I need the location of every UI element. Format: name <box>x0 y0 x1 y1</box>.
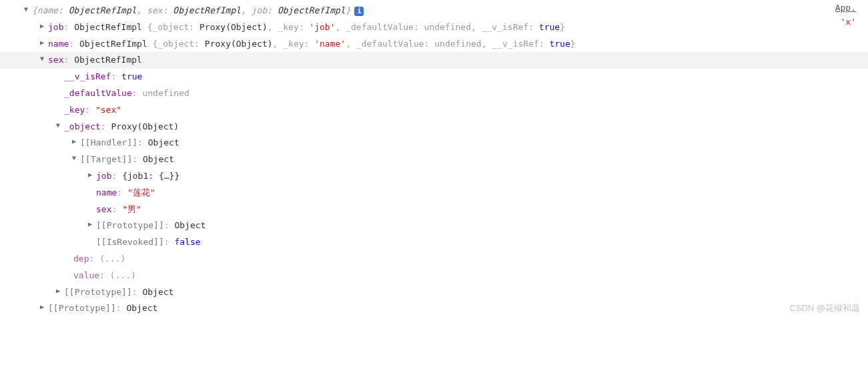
chevron-right-icon[interactable]: ▶ <box>87 219 93 230</box>
top-x-value: 'x' <box>835 15 856 29</box>
target-proto-row[interactable]: ▶ [[Prototype]]: Object <box>0 218 868 234</box>
chevron-right-icon[interactable]: ▶ <box>39 302 45 312</box>
prop-name: name: ObjectRefImpl {_object: Proxy(Obje… <box>48 37 861 51</box>
chevron-right-icon[interactable]: ▶ <box>55 286 61 296</box>
root-proto-row[interactable]: ▶ [[Prototype]]: Object <box>0 300 868 317</box>
chevron-right-icon[interactable]: ▶ <box>71 136 77 147</box>
root-summary: {name: ObjectRefImpl, sex: ObjectRefImpl… <box>32 4 861 18</box>
chevron-right-icon[interactable]: ▶ <box>87 169 93 180</box>
dep-row[interactable]: ▶ dep: (...) <box>0 251 868 268</box>
prop-job: job: ObjectRefImpl {_object: Proxy(Objec… <box>48 21 861 35</box>
root-row[interactable]: ▼ {name: ObjectRefImpl, sex: ObjectRefIm… <box>0 3 868 19</box>
isrevoked-row: ▶ [[IsRevoked]]: false <box>0 234 868 251</box>
value-row[interactable]: ▶ value: (...) <box>0 268 868 284</box>
sex-object-row[interactable]: ▼ _object: Proxy(Object) <box>0 119 868 135</box>
sex-proto-row[interactable]: ▶ [[Prototype]]: Object <box>0 284 868 301</box>
sex-isref-row: ▶ __v_isRef: true <box>0 69 868 85</box>
target-row[interactable]: ▼ [[Target]]: Object <box>0 151 868 168</box>
console-output: App. 'x' ▼ {name: ObjectRefImpl, sex: Ob… <box>0 0 868 320</box>
prop-sex: sex: ObjectRefImpl <box>48 53 861 67</box>
top-right-meta: App. 'x' <box>835 1 856 29</box>
info-icon[interactable]: i <box>354 7 364 16</box>
chevron-down-icon[interactable]: ▼ <box>23 4 29 15</box>
sex-key-row: ▶ _key: "sex" <box>0 102 868 119</box>
target-sex-row: ▶ sex: "男" <box>0 202 868 218</box>
prop-name-row[interactable]: ▶ name: ObjectRefImpl {_object: Proxy(Ob… <box>0 36 868 53</box>
target-name-row: ▶ name: "莲花" <box>0 185 868 202</box>
chevron-right-icon[interactable]: ▶ <box>39 21 45 31</box>
chevron-down-icon[interactable]: ▼ <box>55 120 61 131</box>
chevron-right-icon[interactable]: ▶ <box>39 37 45 48</box>
chevron-down-icon[interactable]: ▼ <box>71 153 77 163</box>
prop-job-row[interactable]: ▶ job: ObjectRefImpl {_object: Proxy(Obj… <box>0 19 868 36</box>
prop-sex-row[interactable]: ▼ sex: ObjectRefImpl <box>0 52 868 69</box>
source-link[interactable]: App. <box>835 1 856 15</box>
target-job-row[interactable]: ▶ job: {job1: {…}} <box>0 168 868 185</box>
chevron-down-icon[interactable]: ▼ <box>39 53 45 64</box>
sex-default-row: ▶ _defaultValue: undefined <box>0 85 868 102</box>
handler-row[interactable]: ▶ [[Handler]]: Object <box>0 135 868 151</box>
